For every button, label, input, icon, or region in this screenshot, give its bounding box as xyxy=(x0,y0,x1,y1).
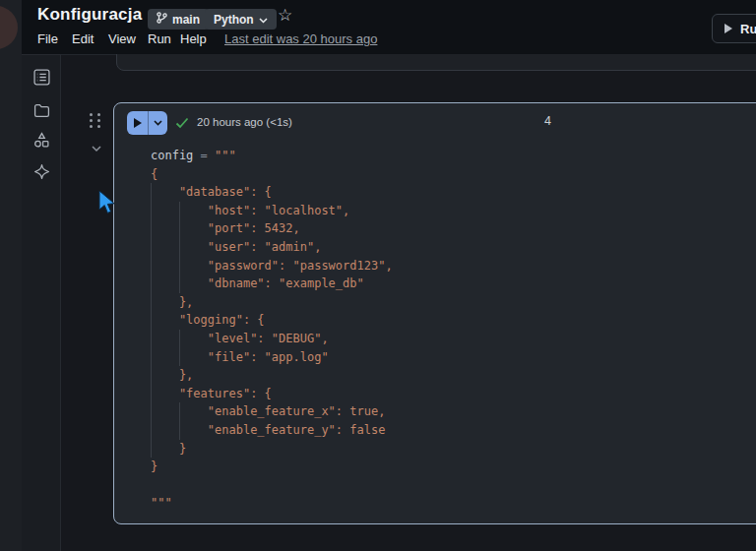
code-line: config = """ xyxy=(151,147,756,165)
kernel-selector[interactable]: Python xyxy=(205,9,277,30)
blocks-shapes-icon[interactable] xyxy=(33,132,50,149)
code-line: { xyxy=(151,165,756,184)
code-line: } xyxy=(151,440,756,459)
code-line: "user": "admin", xyxy=(151,238,756,257)
code-line: "enable_feature_x": true, xyxy=(151,402,756,421)
run-notebook-button[interactable]: Run xyxy=(712,14,756,43)
run-notebook-label: Run xyxy=(740,22,756,36)
icon-sidebar xyxy=(22,54,61,551)
menu-view[interactable]: View xyxy=(108,31,136,46)
success-check-icon xyxy=(175,115,189,133)
code-line: "enable_feature_y": false xyxy=(151,421,756,440)
mouse-cursor xyxy=(98,191,115,218)
code-line: "level": "DEBUG", xyxy=(151,330,756,348)
menu-help[interactable]: Help xyxy=(180,31,207,46)
code-line: "password": "password123", xyxy=(151,257,756,276)
left-rail xyxy=(0,0,22,551)
code-line: """ xyxy=(151,494,756,513)
code-editor[interactable]: config = """{ "database": { "host": "loc… xyxy=(114,147,756,513)
table-of-contents-icon[interactable] xyxy=(33,69,50,86)
indent-guide xyxy=(179,202,180,293)
kernel-name: Python xyxy=(214,13,254,27)
code-line: "features": { xyxy=(151,385,756,403)
last-edit-link[interactable]: Last edit was 20 hours ago xyxy=(224,31,377,46)
branch-badge[interactable]: main xyxy=(148,9,209,30)
code-line: }, xyxy=(151,366,756,385)
code-line: "file": "app.log" xyxy=(151,348,756,367)
rail-avatar xyxy=(0,6,18,49)
notebook-header: Konfiguracja main Python ☆ File Edit Vie… xyxy=(22,0,756,54)
cell-drag-handle[interactable] xyxy=(90,113,100,128)
code-line: "host": "localhost", xyxy=(151,202,756,220)
indent-guide xyxy=(179,330,180,366)
play-icon xyxy=(724,24,732,33)
code-line: "logging": { xyxy=(151,311,756,330)
code-line: }, xyxy=(151,293,756,312)
execution-count: 4 xyxy=(544,114,551,128)
run-cell-options-chevron-icon[interactable] xyxy=(149,120,167,126)
branch-name: main xyxy=(172,13,200,27)
notebook-title: Konfiguracja xyxy=(37,5,142,25)
ai-sparkle-icon[interactable] xyxy=(33,163,50,180)
cell-collapse-chevron-icon[interactable] xyxy=(91,139,102,156)
star-icon[interactable]: ☆ xyxy=(278,7,292,24)
files-folder-icon[interactable] xyxy=(33,102,50,119)
menu-run[interactable]: Run xyxy=(148,31,171,46)
chevron-down-icon xyxy=(259,13,268,27)
code-line: "port": 5432, xyxy=(151,219,756,238)
menu-file[interactable]: File xyxy=(37,31,58,46)
menu-edit[interactable]: Edit xyxy=(72,31,94,46)
notebook-canvas: 20 hours ago (<1s) 4 config = """{ "data… xyxy=(61,54,756,551)
cell-run-button[interactable] xyxy=(127,111,167,135)
indent-guide xyxy=(151,183,152,458)
git-branch-icon xyxy=(157,12,167,27)
code-line: "dbname": "example_db" xyxy=(151,275,756,293)
code-line: "database": { xyxy=(151,183,756,202)
indent-guide xyxy=(179,402,180,439)
cell-status-text: 20 hours ago (<1s) xyxy=(197,116,292,128)
run-cell-play-icon[interactable] xyxy=(127,118,148,128)
code-cell[interactable]: 20 hours ago (<1s) 4 config = """{ "data… xyxy=(113,102,756,524)
code-line: } xyxy=(151,458,756,476)
code-line xyxy=(151,476,756,495)
